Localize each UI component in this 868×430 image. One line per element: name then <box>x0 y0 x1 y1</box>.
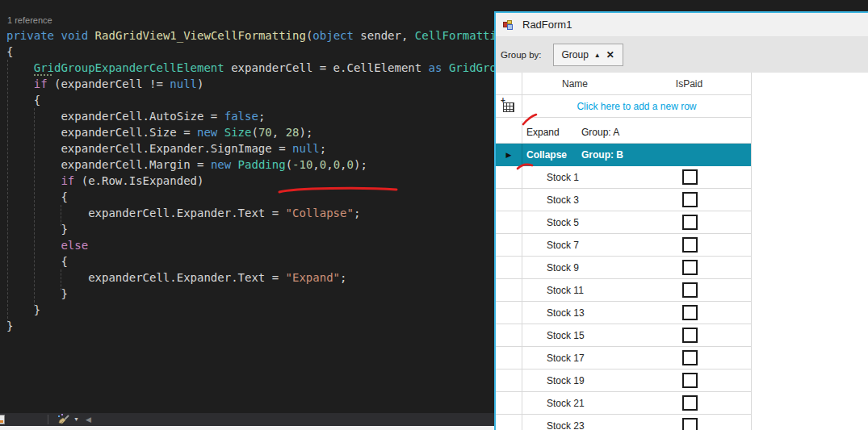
stock-row-label: Stock 19 <box>522 369 628 391</box>
scrollbar-left-arrow[interactable]: ◀ <box>86 413 91 426</box>
row-indicator-cell <box>496 234 522 256</box>
ispaid-cell <box>628 415 751 430</box>
ispaid-cell <box>628 189 751 211</box>
group-row-a[interactable]: Expand Group: A <box>496 121 751 144</box>
plus-icon: + <box>501 96 505 105</box>
screen: 1 reference private void RadGridView1_Vi… <box>0 0 868 430</box>
row-indicator-cell <box>496 324 522 346</box>
ispaid-checkbox[interactable] <box>682 237 698 253</box>
row-indicator-cell <box>496 211 522 233</box>
add-new-row[interactable]: + Click here to add a new row <box>496 95 751 118</box>
stock-row[interactable]: Stock 15 <box>496 324 751 347</box>
ispaid-cell <box>628 324 751 346</box>
ispaid-checkbox[interactable] <box>682 260 698 275</box>
stock-row[interactable]: Stock 1 <box>496 166 751 189</box>
stock-row-label: Stock 1 <box>522 166 628 188</box>
winforms-app-icon[interactable] <box>503 19 514 31</box>
codelens-references[interactable]: 1 reference <box>7 15 52 25</box>
broom-icon <box>57 413 70 427</box>
group-row-b-selected[interactable]: ▶ Collapse Group: B <box>496 144 751 166</box>
ispaid-checkbox[interactable] <box>682 282 698 298</box>
grid-rows: Stock 1 Stock 3 Stock 5 Stock 7 <box>496 166 751 430</box>
stock-row[interactable]: Stock 23 <box>496 415 751 430</box>
stock-row[interactable]: Stock 9 <box>496 257 751 279</box>
code-line: expanderCell.Margin = new Padding(-10,0,… <box>6 157 494 173</box>
row-indicator-cell <box>496 257 522 278</box>
ispaid-checkbox[interactable] <box>682 418 698 430</box>
stock-row-label: Stock 21 <box>522 392 628 414</box>
expander-text-expand[interactable]: Expand <box>526 127 578 138</box>
radform-window: RadForm1 Group by: Group ▲ ✕ Name IsPaid… <box>494 11 868 430</box>
ispaid-checkbox[interactable] <box>682 305 698 320</box>
code-line: expanderCell.Size = new Size(70, 28); <box>6 124 494 140</box>
chevron-down-icon[interactable]: ▼ <box>73 412 79 427</box>
code-line: expanderCell.Expander.SignImage = null; <box>6 140 494 157</box>
code-line: { <box>6 189 494 205</box>
row-indicator-cell <box>496 369 522 391</box>
row-indicator-cell <box>496 279 522 301</box>
current-row-indicator-cell: ▶ <box>496 144 522 166</box>
stock-row[interactable]: Stock 19 <box>496 369 751 392</box>
code-line: private void RadGridView1_ViewCellFormat… <box>6 27 494 44</box>
ispaid-checkbox[interactable] <box>682 395 698 411</box>
ispaid-cell <box>628 347 751 369</box>
row-indicator-cell <box>496 392 522 414</box>
ispaid-checkbox[interactable] <box>682 350 698 365</box>
code-cleanup-button[interactable]: ▼ <box>57 412 84 427</box>
remove-group-icon[interactable]: ✕ <box>606 49 614 61</box>
stock-row[interactable]: Stock 11 <box>496 279 751 302</box>
stock-row[interactable]: Stock 3 <box>496 189 751 211</box>
row-indicator-cell <box>496 121 522 143</box>
row-indicator-cell <box>496 415 522 430</box>
ispaid-cell <box>628 279 751 301</box>
code-line: } <box>6 286 494 302</box>
current-row-arrow-icon: ▶ <box>506 151 512 159</box>
code-line: } <box>6 221 494 237</box>
grid-header-row: Name IsPaid <box>496 73 751 95</box>
stock-row[interactable]: Stock 17 <box>496 347 751 369</box>
stock-row[interactable]: Stock 21 <box>496 392 751 415</box>
window-titlebar[interactable]: RadForm1 <box>496 13 868 37</box>
sort-ascending-icon[interactable]: ▲ <box>594 52 601 59</box>
ispaid-checkbox[interactable] <box>682 192 698 207</box>
code-line: GridGroupExpanderCellElement expanderCel… <box>6 60 494 76</box>
code-line: expanderCell.Expander.Text = "Collapse"; <box>6 205 494 221</box>
row-indicator-cell <box>496 347 522 369</box>
rad-grid-view: Name IsPaid + Click here to add a new ro… <box>496 73 752 430</box>
group-a-label: Group: A <box>581 127 619 138</box>
code-line: if (e.Row.IsExpanded) <box>6 173 494 189</box>
document-health-icon[interactable] <box>0 415 5 424</box>
code-line: if (expanderCell != null) <box>6 76 494 92</box>
ispaid-cell <box>628 369 751 391</box>
ispaid-checkbox[interactable] <box>682 215 698 230</box>
stock-row[interactable]: Stock 5 <box>496 211 751 234</box>
ispaid-cell <box>628 302 751 324</box>
code-line: } <box>6 318 494 334</box>
ispaid-cell <box>628 166 751 188</box>
group-descriptor-chip[interactable]: Group ▲ ✕ <box>553 44 623 66</box>
stock-row[interactable]: Stock 13 <box>496 302 751 324</box>
editor-bottom-light-strip <box>0 426 494 430</box>
expander-text-collapse[interactable]: Collapse <box>526 149 578 161</box>
ispaid-cell <box>628 234 751 256</box>
ispaid-checkbox[interactable] <box>682 169 698 185</box>
ispaid-cell <box>628 392 751 414</box>
ispaid-checkbox[interactable] <box>682 373 698 388</box>
add-new-row-link[interactable]: Click here to add a new row <box>522 95 751 117</box>
window-title: RadForm1 <box>522 19 572 31</box>
code-line: } <box>6 302 494 318</box>
column-header-ispaid[interactable]: IsPaid <box>627 73 751 94</box>
code-line: expanderCell.AutoSize = false; <box>6 108 494 124</box>
row-indicator-cell <box>496 302 522 324</box>
stock-row-label: Stock 9 <box>522 257 628 278</box>
column-header-name[interactable]: Name <box>522 73 627 94</box>
stock-row-label: Stock 3 <box>522 189 628 211</box>
ispaid-checkbox[interactable] <box>682 328 698 343</box>
row-indicator-header <box>496 73 522 94</box>
bottom-bar-separator <box>48 415 48 424</box>
stock-row-label: Stock 7 <box>522 234 628 256</box>
group-chip-label: Group <box>562 49 589 61</box>
stock-row[interactable]: Stock 7 <box>496 234 751 257</box>
code-line: { <box>6 44 494 60</box>
stock-row-label: Stock 5 <box>522 211 628 233</box>
